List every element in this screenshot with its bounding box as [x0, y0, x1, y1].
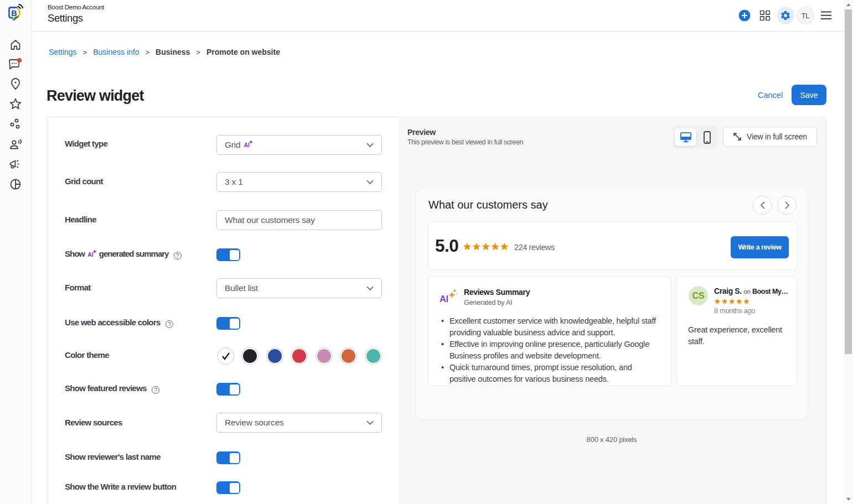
svg-text:B: B: [11, 9, 17, 18]
svg-text:AI: AI: [440, 294, 448, 304]
